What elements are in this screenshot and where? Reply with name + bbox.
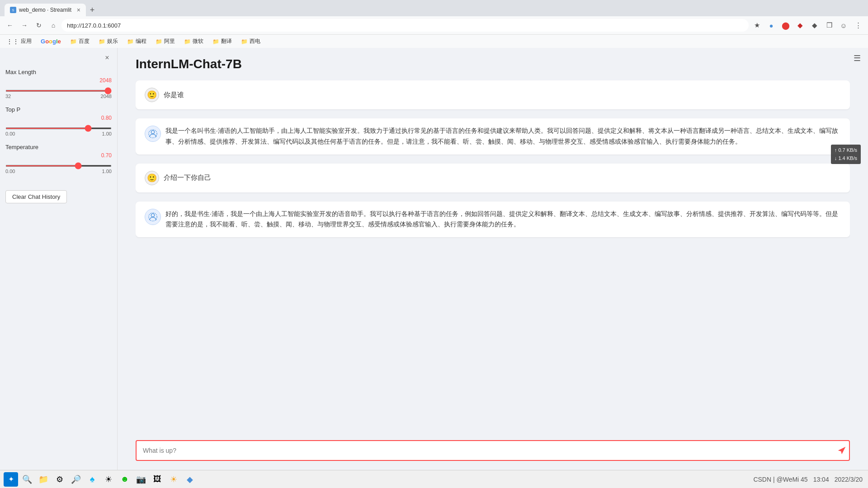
bot-avatar-1 bbox=[145, 126, 161, 142]
home-button[interactable]: ⌂ bbox=[47, 19, 60, 32]
taskbar-sys-icons: CSDN | @WeMi 45 13:04 2022/3/20 bbox=[751, 475, 864, 484]
bookmark-xidian[interactable]: 📁 西电 bbox=[238, 37, 263, 46]
taskbar-browser2-icon[interactable]: ☀ bbox=[166, 472, 181, 487]
sidebar: × Max Length 2048 32 2048 Top P 0.80 0.0… bbox=[0, 48, 118, 470]
download-stat: ↓ 1.4 KB/s bbox=[835, 155, 857, 163]
bookmark-coding-label: 编程 bbox=[136, 38, 146, 45]
extensions-menu[interactable]: ❒ bbox=[823, 19, 835, 32]
user-message-2: 🙂 介绍一下你自己 bbox=[145, 171, 841, 185]
taskbar-search-icon[interactable]: 🔍 bbox=[20, 472, 34, 487]
send-button[interactable] bbox=[837, 446, 846, 455]
bookmark-ali-label: 阿里 bbox=[164, 38, 175, 45]
taskbar-photo-icon[interactable]: 📷 bbox=[134, 472, 148, 487]
chat-area: ☰ InternLM-Chat-7B 🙂 你是谁 bbox=[118, 48, 868, 470]
folder-icon: 📁 bbox=[70, 38, 77, 45]
bookmark-star-icon[interactable]: ★ bbox=[750, 19, 763, 32]
folder-icon-5: 📁 bbox=[184, 38, 191, 45]
bookmark-translate-label: 翻译 bbox=[221, 38, 232, 45]
apps-grid-icon: ⋮⋮ bbox=[6, 38, 19, 45]
bookmark-coding[interactable]: 📁 编程 bbox=[124, 37, 149, 46]
extension-icon-1[interactable]: ● bbox=[765, 19, 778, 32]
user-text-2: 介绍一下你自己 bbox=[164, 174, 211, 182]
bookmark-baidu-label: 百度 bbox=[79, 38, 90, 45]
taskbar-search2-icon[interactable]: 🔎 bbox=[69, 472, 83, 487]
profile-icon[interactable]: ☺ bbox=[837, 19, 850, 32]
upload-stat: ↑ 0.7 KB/s bbox=[835, 146, 857, 155]
taskbar-wechat-icon[interactable]: ☻ bbox=[118, 472, 132, 487]
chat-input-area bbox=[136, 440, 850, 461]
taskbar-date: 2022/3/20 bbox=[833, 475, 864, 484]
start-button[interactable]: ✦ bbox=[4, 472, 18, 487]
message-wrapper-2: 我是一个名叫书生·浦语的人工智能助手，由上海人工智能实验室开发。我致力于通过执行… bbox=[136, 118, 850, 155]
folder-icon-4: 📁 bbox=[156, 38, 162, 45]
extension-icon-4[interactable]: ◆ bbox=[808, 19, 821, 32]
new-tab-button[interactable]: + bbox=[86, 4, 99, 16]
bookmark-microsoft-label: 微软 bbox=[193, 38, 203, 45]
taskbar-app-icon[interactable]: ◆ bbox=[183, 472, 197, 487]
tab-close-btn[interactable]: × bbox=[77, 6, 80, 14]
max-length-label: Max Length bbox=[5, 69, 112, 75]
temperature-slider[interactable] bbox=[5, 165, 112, 167]
bookmark-ali[interactable]: 📁 阿里 bbox=[153, 37, 178, 46]
clear-chat-button[interactable]: Clear Chat History bbox=[5, 190, 67, 203]
bot-avatar-2 bbox=[145, 209, 161, 225]
sidebar-close-button[interactable]: × bbox=[102, 52, 113, 63]
bookmark-translate[interactable]: 📁 翻译 bbox=[210, 37, 235, 46]
tab-bar: S web_demo · Streamlit × + bbox=[0, 0, 868, 16]
bookmark-apps-label: 应用 bbox=[21, 38, 32, 45]
bookmark-yule-label: 娱乐 bbox=[107, 38, 118, 45]
address-bar[interactable] bbox=[61, 19, 749, 32]
top-p-section: Top P 0.80 0.00 1.00 bbox=[5, 106, 112, 136]
extension-icon-3[interactable]: ◆ bbox=[794, 19, 807, 32]
taskbar-qq-icon[interactable]: ♠ bbox=[85, 472, 99, 487]
temperature-value: 0.70 bbox=[5, 152, 112, 159]
chat-input[interactable] bbox=[136, 440, 850, 461]
svg-point-2 bbox=[151, 213, 154, 216]
top-p-min: 0.00 bbox=[5, 131, 15, 136]
folder-icon-2: 📁 bbox=[99, 38, 105, 45]
hamburger-menu-button[interactable]: ☰ bbox=[854, 53, 861, 63]
bookmark-yule[interactable]: 📁 娱乐 bbox=[96, 37, 121, 46]
user-text-1: 你是谁 bbox=[164, 91, 184, 99]
message-wrapper-1: 🙂 你是谁 bbox=[136, 80, 850, 109]
top-p-label: Top P bbox=[5, 106, 112, 113]
nav-bar: ← → ↻ ⌂ ★ ● ⬤ ◆ ◆ ❒ ☺ ⋮ bbox=[0, 16, 868, 34]
user-avatar-2: 🙂 bbox=[145, 171, 159, 185]
top-p-slider[interactable] bbox=[5, 127, 112, 129]
bookmark-apps[interactable]: ⋮⋮ 应用 bbox=[4, 37, 34, 46]
max-length-value: 2048 bbox=[5, 77, 112, 84]
bot-text-1: 我是一个名叫书生·浦语的人工智能助手，由上海人工智能实验室开发。我致力于通过执行… bbox=[165, 126, 841, 147]
bot-text-2: 好的，我是书生·浦语，我是一个由上海人工智能实验室开发的语音助手。我可以执行各种… bbox=[165, 209, 841, 230]
messages-container: 🙂 你是谁 我是一个名叫书生·浦语的人工智能助手，由上海人工智能实验室开发。我致… bbox=[136, 80, 850, 433]
browser-chrome: S web_demo · Streamlit × + ← → ↻ ⌂ ★ ● ⬤… bbox=[0, 0, 868, 48]
taskbar-settings-icon[interactable]: ⚙ bbox=[52, 472, 67, 487]
temperature-label: Temperature bbox=[5, 144, 112, 150]
browser-menu-icon[interactable]: ⋮ bbox=[852, 19, 864, 32]
bookmark-microsoft[interactable]: 📁 微软 bbox=[181, 37, 206, 46]
max-length-max: 2048 bbox=[101, 94, 112, 99]
extension-icon-2[interactable]: ⬤ bbox=[779, 19, 792, 32]
tab-title: web_demo · Streamlit bbox=[19, 7, 71, 13]
user-avatar-1: 🙂 bbox=[145, 88, 159, 102]
forward-button[interactable]: → bbox=[18, 19, 31, 32]
taskbar-gallery-icon[interactable]: 🖼 bbox=[150, 472, 165, 487]
message-wrapper-3: 🙂 介绍一下你自己 bbox=[136, 164, 850, 192]
taskbar: ✦ 🔍 📁 ⚙ 🔎 ♠ ☀ ☻ 📷 🖼 ☀ ◆ CSDN | @WeMi 45 … bbox=[0, 470, 868, 488]
taskbar-sys-text: CSDN | @WeMi 45 bbox=[751, 475, 809, 484]
folder-icon-7: 📁 bbox=[241, 38, 248, 45]
back-button[interactable]: ← bbox=[4, 19, 16, 32]
active-tab[interactable]: S web_demo · Streamlit × bbox=[5, 4, 86, 16]
top-p-max: 1.00 bbox=[102, 131, 112, 136]
max-length-slider[interactable] bbox=[5, 90, 112, 92]
reload-button[interactable]: ↻ bbox=[33, 19, 45, 32]
nav-icons: ★ ● ⬤ ◆ ◆ ❒ ☺ ⋮ bbox=[750, 19, 864, 32]
network-stats-badge: ↑ 0.7 KB/s ↓ 1.4 KB/s bbox=[831, 145, 861, 164]
temperature-max: 1.00 bbox=[102, 169, 112, 174]
temperature-section: Temperature 0.70 0.00 1.00 bbox=[5, 144, 112, 174]
folder-icon-6: 📁 bbox=[212, 38, 219, 45]
google-icon: Google bbox=[41, 38, 61, 45]
taskbar-file-explorer-icon[interactable]: 📁 bbox=[36, 472, 51, 487]
bookmark-baidu[interactable]: 📁 百度 bbox=[67, 37, 92, 46]
bookmark-google[interactable]: Google bbox=[38, 37, 64, 46]
taskbar-chrome-icon[interactable]: ☀ bbox=[101, 472, 116, 487]
